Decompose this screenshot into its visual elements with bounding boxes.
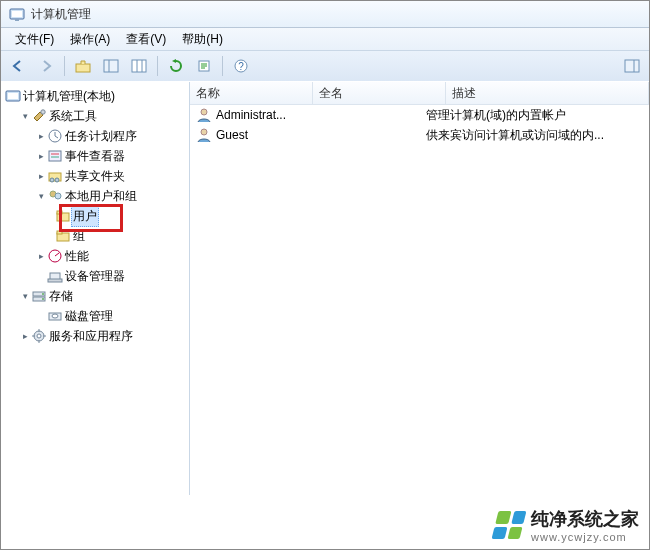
user-icon (196, 107, 212, 123)
svg-rect-6 (132, 60, 146, 72)
tree-services-apps[interactable]: ▸ 服务和应用程序 (1, 326, 189, 346)
tree-groups[interactable]: 组 (1, 226, 189, 246)
device-manager-icon (47, 268, 63, 284)
list-row[interactable]: Guest 供来宾访问计算机或访问域的内... (190, 125, 649, 145)
svg-point-39 (52, 314, 58, 318)
menu-help[interactable]: 帮助(H) (174, 29, 231, 50)
expand-icon[interactable]: ▸ (35, 246, 47, 266)
menu-file[interactable]: 文件(F) (7, 29, 62, 50)
user-name: Administrat... (216, 108, 286, 122)
tree-local-users-groups[interactable]: ▾ 本地用户和组 (1, 186, 189, 206)
shared-folder-icon (47, 168, 63, 184)
tree-label: 服务和应用程序 (47, 326, 135, 346)
column-name[interactable]: 名称 (190, 82, 313, 104)
toolbar: ? (1, 51, 649, 82)
computer-mgmt-icon (5, 88, 21, 104)
tree-label: 用户 (71, 205, 99, 227)
tree-label: 存储 (47, 286, 75, 306)
menu-view[interactable]: 查看(V) (118, 29, 174, 50)
column-description[interactable]: 描述 (446, 82, 649, 104)
svg-point-37 (42, 298, 44, 300)
tree-label: 磁盘管理 (63, 306, 115, 326)
tree-task-scheduler[interactable]: ▸ 任务计划程序 (1, 126, 189, 146)
tree-storage[interactable]: ▾ 存储 (1, 286, 189, 306)
menu-action[interactable]: 操作(A) (62, 29, 118, 50)
export-button[interactable] (191, 53, 217, 79)
svg-rect-4 (104, 60, 118, 72)
watermark-logo-icon (492, 511, 527, 539)
users-groups-icon (47, 188, 63, 204)
tree-label: 性能 (63, 246, 91, 266)
app-icon (9, 6, 25, 22)
svg-point-25 (55, 193, 61, 199)
expand-icon[interactable]: ▸ (35, 166, 47, 186)
tree-shared-folders[interactable]: ▸ 共享文件夹 (1, 166, 189, 186)
svg-point-36 (42, 293, 44, 295)
toolbar-separator (64, 56, 65, 76)
tree-disk-management[interactable]: 磁盘管理 (1, 306, 189, 326)
event-viewer-icon (47, 148, 63, 164)
titlebar: 计算机管理 (1, 1, 649, 28)
performance-icon (47, 248, 63, 264)
services-icon (31, 328, 47, 344)
show-hide-action-pane-button[interactable] (619, 53, 645, 79)
show-hide-tree-button[interactable] (98, 53, 124, 79)
list-header: 名称 全名 描述 (190, 82, 649, 105)
forward-button[interactable] (33, 53, 59, 79)
tree-label: 共享文件夹 (63, 166, 127, 186)
user-description: 供来宾访问计算机或访问域的内... (426, 127, 649, 144)
list-pane: 名称 全名 描述 Administrat... 管理计算机(域)的内置帐户 Gu… (190, 82, 649, 495)
svg-rect-12 (625, 60, 639, 72)
tree-label: 任务计划程序 (63, 126, 139, 146)
refresh-button[interactable] (163, 53, 189, 79)
expand-icon[interactable]: ▸ (35, 126, 47, 146)
svg-rect-33 (48, 279, 62, 282)
svg-point-41 (37, 334, 41, 338)
expand-icon[interactable]: ▸ (19, 326, 31, 346)
client-area: 计算机管理(本地) ▾ 系统工具 ▸ 任务计划程序 ▸ 事件查看器 (1, 81, 649, 495)
collapse-icon[interactable]: ▾ (19, 106, 31, 126)
watermark-title: 纯净系统之家 (531, 507, 639, 531)
storage-icon (31, 288, 47, 304)
list-row[interactable]: Administrat... 管理计算机(域)的内置帐户 (190, 105, 649, 125)
computer-management-window: 计算机管理 文件(F) 操作(A) 查看(V) 帮助(H) ? 计算机管理(本地… (0, 0, 650, 550)
tree-label: 计算机管理(本地) (21, 86, 117, 106)
console-tree[interactable]: 计算机管理(本地) ▾ 系统工具 ▸ 任务计划程序 ▸ 事件查看器 (1, 86, 189, 346)
svg-point-16 (41, 110, 45, 114)
tree-label: 设备管理器 (63, 266, 127, 286)
tree-device-manager[interactable]: 设备管理器 (1, 266, 189, 286)
svg-rect-1 (12, 11, 22, 17)
collapse-icon[interactable]: ▾ (19, 286, 31, 306)
svg-point-42 (201, 109, 207, 115)
help-button[interactable]: ? (228, 53, 254, 79)
tree-performance[interactable]: ▸ 性能 (1, 246, 189, 266)
svg-rect-2 (15, 19, 19, 21)
window-title: 计算机管理 (31, 6, 91, 23)
expand-icon[interactable]: ▸ (35, 146, 47, 166)
folder-icon (55, 228, 71, 244)
tree-label: 组 (71, 226, 87, 246)
svg-point-22 (50, 178, 54, 182)
tree-root[interactable]: 计算机管理(本地) (1, 86, 189, 106)
svg-rect-27 (57, 211, 62, 214)
back-button[interactable] (5, 53, 31, 79)
tree-label: 系统工具 (47, 106, 99, 126)
svg-point-23 (55, 178, 59, 182)
user-icon (196, 127, 212, 143)
up-button[interactable] (70, 53, 96, 79)
properties-button[interactable] (126, 53, 152, 79)
toolbar-separator (222, 56, 223, 76)
menubar: 文件(F) 操作(A) 查看(V) 帮助(H) (1, 28, 649, 51)
tools-icon (31, 108, 47, 124)
column-full-name[interactable]: 全名 (313, 82, 446, 104)
watermark: 纯净系统之家 www.ycwjzy.com (495, 507, 639, 543)
svg-rect-18 (49, 151, 61, 161)
collapse-icon[interactable]: ▾ (35, 186, 47, 206)
tree-system-tools[interactable]: ▾ 系统工具 (1, 106, 189, 126)
tree-pane: 计算机管理(本地) ▾ 系统工具 ▸ 任务计划程序 ▸ 事件查看器 (1, 82, 190, 495)
tree-label: 事件查看器 (63, 146, 127, 166)
tree-label: 本地用户和组 (63, 186, 139, 206)
tree-users[interactable]: 用户 (1, 206, 189, 226)
tree-event-viewer[interactable]: ▸ 事件查看器 (1, 146, 189, 166)
toolbar-separator (157, 56, 158, 76)
